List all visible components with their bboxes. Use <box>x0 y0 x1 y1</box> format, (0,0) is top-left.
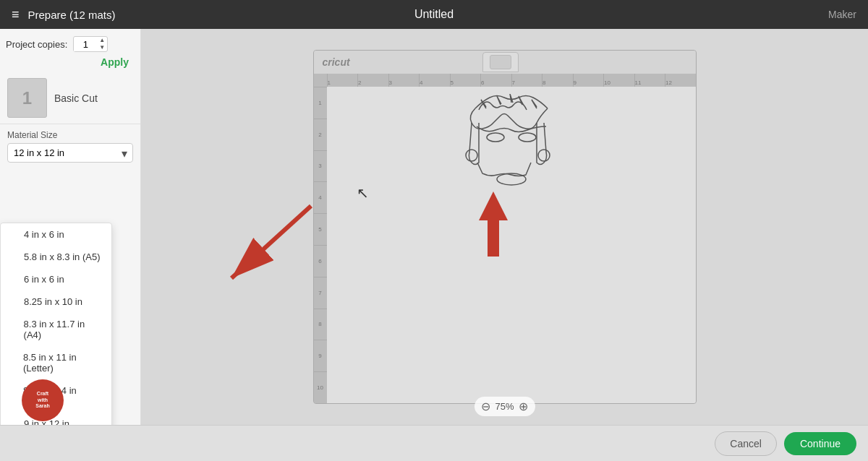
ruler-mark-v-2: 2 <box>314 119 327 150</box>
material-size-select-wrap: 4 in x 6 in 5.8 in x 8.3 in (A5) 6 in x … <box>7 143 133 163</box>
mat-top: cricut <box>314 51 696 74</box>
dropdown-item-2[interactable]: 5.8 in x 8.3 in (A5) <box>1 246 111 268</box>
dropdown-item-1[interactable]: 4 in x 6 in <box>1 223 111 246</box>
svg-marker-7 <box>479 191 508 257</box>
ruler-mark-v-5: 5 <box>314 213 327 245</box>
ruler-mark-9: 9 <box>573 74 604 87</box>
cancel-button[interactable]: Cancel <box>715 431 777 456</box>
ruler-mark-11: 11 <box>634 74 665 87</box>
ruler-mark-v-6: 6 <box>314 245 327 277</box>
ruler-mark-8: 8 <box>542 74 573 87</box>
svg-point-2 <box>487 133 504 142</box>
ruler-mark-1: 1 <box>327 74 358 87</box>
svg-point-5 <box>538 150 550 161</box>
copies-up-arrow[interactable]: ▲ <box>97 37 107 44</box>
copies-arrows: ▲ ▼ <box>97 37 107 51</box>
ruler-mark-v-4: 4 <box>314 181 327 213</box>
watermark-text: Craft with Sarah <box>35 391 49 409</box>
continue-button[interactable]: Continue <box>784 432 856 455</box>
watermark: Craft with Sarah <box>22 379 64 421</box>
cricut-logo: cricut <box>323 56 350 68</box>
material-size-section: Material Size 4 in x 6 in 5.8 in x 8.3 i… <box>0 124 140 165</box>
ruler-mark-10: 10 <box>603 74 634 87</box>
copies-input[interactable]: 1 <box>74 38 97 51</box>
svg-point-4 <box>466 150 477 161</box>
mat-body: 1 2 3 4 5 6 7 8 9 10 <box>314 87 696 403</box>
ruler-mark-3: 3 <box>388 74 420 87</box>
annotation-arrow <box>188 199 333 293</box>
ruler-mark-v-10: 10 <box>314 371 327 403</box>
project-copies-label: Project copies: <box>6 39 67 50</box>
zoom-level: 75% <box>495 401 514 412</box>
dropdown-item-3[interactable]: 6 in x 6 in <box>1 268 111 290</box>
canvas-up-arrow <box>472 188 515 260</box>
ruler-mark-7: 7 <box>511 74 542 87</box>
material-size-label: Material Size <box>7 130 133 140</box>
mat-label: Basic Cut <box>54 92 98 104</box>
ruler-left: 1 2 3 4 5 6 7 8 9 10 <box>314 87 327 403</box>
ruler-top: 1 2 3 4 5 6 7 8 9 10 11 12 <box>314 74 696 87</box>
menu-icon[interactable]: ≡ <box>12 7 20 22</box>
zoom-controls: ⊖ 75% ⊕ <box>474 397 535 416</box>
cutting-mat: cricut 1 2 3 4 5 6 7 8 9 10 11 12 <box>313 50 697 404</box>
svg-point-3 <box>519 133 536 142</box>
ruler-mark-12: 12 <box>665 74 696 87</box>
dropdown-item-4[interactable]: 8.25 in x 10 in <box>1 290 111 313</box>
mat-clip <box>482 52 519 72</box>
svg-line-1 <box>231 206 311 278</box>
dropdown-item-5[interactable]: 8.3 in x 11.7 in (A4) <box>1 313 111 346</box>
mat-clip-inner <box>490 55 511 69</box>
zoom-out-button[interactable]: ⊖ <box>481 400 490 413</box>
header-title: Prepare (12 mats) <box>28 9 116 21</box>
ruler-mark-v-3: 3 <box>314 150 327 182</box>
project-copies-row: Project copies: 1 ▲ ▼ <box>0 29 140 55</box>
apply-button[interactable]: Apply <box>95 55 135 72</box>
dropdown-item-6[interactable]: 8.5 in x 11 in (Letter) <box>1 346 111 379</box>
mat-thumbnail: 1 <box>7 78 47 118</box>
mat-content <box>327 87 696 403</box>
ruler-mark-2: 2 <box>357 74 388 87</box>
mat-number: 1 <box>22 88 32 108</box>
sidebar: Project copies: 1 ▲ ▼ Apply 1 Basic Cut <box>0 29 141 425</box>
material-size-select[interactable]: 4 in x 6 in 5.8 in x 8.3 in (A5) 6 in x … <box>7 143 133 163</box>
footer: Cancel Continue <box>0 425 868 461</box>
ruler-mark-v-7: 7 <box>314 277 327 309</box>
copies-input-wrap: 1 ▲ ▼ <box>73 36 108 52</box>
ruler-mark-5: 5 <box>450 74 481 87</box>
device-label: Maker <box>828 9 856 20</box>
main-layout: Project copies: 1 ▲ ▼ Apply 1 Basic Cut <box>0 29 868 425</box>
ruler-mark-v-9: 9 <box>314 340 327 371</box>
ruler-mark-v-8: 8 <box>314 309 327 340</box>
header: ≡ Prepare (12 mats) Untitled Maker <box>0 0 868 29</box>
copies-down-arrow[interactable]: ▼ <box>97 44 107 51</box>
ruler-mark-4: 4 <box>419 74 450 87</box>
mat-item[interactable]: 1 Basic Cut <box>0 72 140 124</box>
document-title: Untitled <box>414 8 454 21</box>
ruler-mark-v-1: 1 <box>314 87 327 119</box>
ruler-mark-6: 6 <box>480 74 511 87</box>
zoom-in-button[interactable]: ⊕ <box>519 400 528 413</box>
canvas-area: ↖ cricut 1 2 3 <box>141 29 868 425</box>
